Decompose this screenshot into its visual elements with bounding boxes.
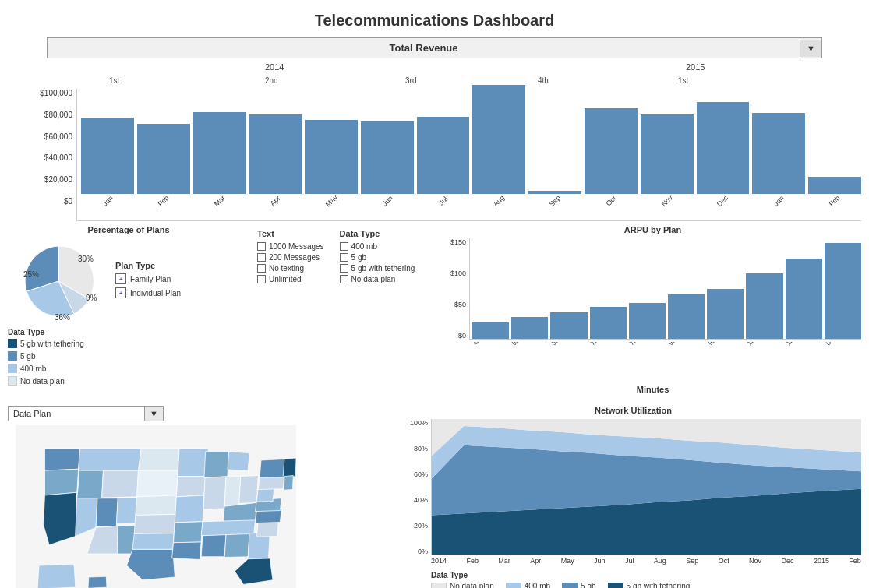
text-filters-title: Text [257,229,324,238]
plan-family: + Family Plan [115,273,249,284]
individual-plan-icon: + [115,287,126,298]
total-revenue-label: Total Revenue [48,38,800,58]
data-type-filters: Data Type 400 mb 5 gb 5 gb with tetherin… [340,229,415,286]
net-y-40: 40% [414,496,428,504]
net-x-may: May [561,557,574,565]
state-il [203,477,226,509]
net-x-2014: 2014 [431,557,447,565]
net-legend-5gb: 5 gb [562,582,595,588]
pie-chart-title: Percentage of Plans [8,225,249,234]
checkbox-unlimited[interactable] [257,275,266,283]
state-mi [228,452,249,470]
bar-oct: Oct [585,108,638,205]
state-ms [201,535,226,557]
bar-jan2: Jan [752,113,805,205]
net-y-60: 60% [414,470,428,478]
net-y-0: 0% [418,548,428,555]
arpu-bar-10 [825,238,861,339]
bar-aug: Aug [472,85,525,205]
state-ks [134,514,175,533]
arpu-bar-5 [629,238,666,339]
state-mn [178,449,208,477]
family-plan-label: Family Plan [130,275,171,283]
checkbox-200msg[interactable] [257,253,266,262]
legend-400mb-box [8,364,17,373]
legend-400mb: 400 mb [8,364,249,373]
net-y-20: 20% [414,522,428,530]
state-ca [44,492,77,545]
checkbox-dt-no-data[interactable] [340,275,348,283]
total-revenue-dropdown[interactable]: Total Revenue ▼ [47,37,822,58]
net-legend-5gb-tethering-box [608,583,623,589]
legend-5gb-box [8,351,17,361]
state-sd [137,470,178,497]
net-x-dec: Dec [781,557,793,565]
legend-5gb-tethering-box [8,339,17,348]
state-ak [37,564,76,588]
filter-unlimited[interactable]: Unlimited [257,275,324,283]
bar-feb1: Feb [137,124,190,205]
data-type-filters-title: Data Type [340,229,415,238]
arpu-y-0: $0 [458,332,466,340]
net-x-sep: Sep [686,557,698,565]
net-x-apr: Apr [530,557,541,565]
checkbox-dt-5gb[interactable] [340,253,348,262]
quarter-1st-1: 1st [109,76,119,85]
net-legend-400mb-box [506,583,521,589]
pie-chart-svg: 30% 9% 36% 25% [8,238,109,324]
state-wi [204,452,229,478]
checkbox-dt-400mb[interactable] [340,242,348,251]
filter-dt-no-data[interactable]: No data plan [340,275,415,283]
arpu-bar-3 [550,238,587,339]
state-in [224,477,241,507]
individual-plan-label: Individual Plan [130,289,181,298]
map-dropdown-label: Data Plan [9,407,144,421]
state-al [224,534,249,558]
svg-text:36%: 36% [55,313,70,322]
quarter-4th: 4th [538,76,549,85]
quarter-3rd: 3rd [405,76,416,85]
net-legend-400mb: 400 mb [506,582,550,588]
net-x-aug: Aug [654,557,666,565]
filter-400mb[interactable]: 400 mb [340,242,415,251]
year-2014-label: 2014 [265,62,284,72]
legend-5gb: 5 gb [8,351,249,361]
filter-no-texting[interactable]: No texting [257,264,324,273]
year-2015-label: 2015 [686,62,705,72]
net-x-2015: 2015 [814,557,829,565]
map-dropdown[interactable]: Data Plan ▼ [8,406,164,421]
quarter-2nd: 2nd [265,76,278,85]
arpu-bar-9 [786,238,822,339]
arpu-y-150: $150 [450,238,466,246]
state-wa [45,449,80,470]
arpu-bar-1 [472,238,509,339]
arpu-title: ARPU by Plan [444,225,861,234]
filter-1000msg[interactable]: 1000 Messages [257,242,324,251]
y-axis-60k: $60,000 [44,132,72,141]
total-revenue-dropdown-btn[interactable]: ▼ [800,40,821,57]
state-ne [136,495,177,516]
checkbox-no-texting[interactable] [257,264,266,273]
text-filters: Text 1000 Messages 200 Messages No texti… [257,229,324,286]
filter-dt-5gb-tethering[interactable]: 5 gb with tethering [340,264,415,273]
svg-text:25%: 25% [23,270,39,279]
map-dropdown-btn[interactable]: ▼ [144,407,163,421]
checkbox-1000msg[interactable] [257,242,266,251]
filter-200msg[interactable]: 200 Messages [257,253,324,262]
checkbox-dt-5gb-tethering[interactable] [340,264,348,273]
quarter-1st-2: 1st [678,76,688,85]
family-plan-icon: + [115,273,126,284]
arpu-bar-2 [511,238,548,339]
network-title: Network Utilization [405,406,861,415]
arpu-y-50: $50 [454,301,466,308]
state-sc [256,521,278,537]
bar-apr: Apr [249,114,302,205]
bar-jun: Jun [361,121,414,205]
state-ut [96,498,118,527]
arpu-bar-7 [707,238,744,339]
net-y-80: 80% [414,445,428,452]
y-axis-100k: $100,000 [40,89,72,97]
filter-dt-5gb[interactable]: 5 gb [340,253,415,262]
net-legend-no-data: No data plan [431,582,494,588]
state-tn [201,520,255,536]
